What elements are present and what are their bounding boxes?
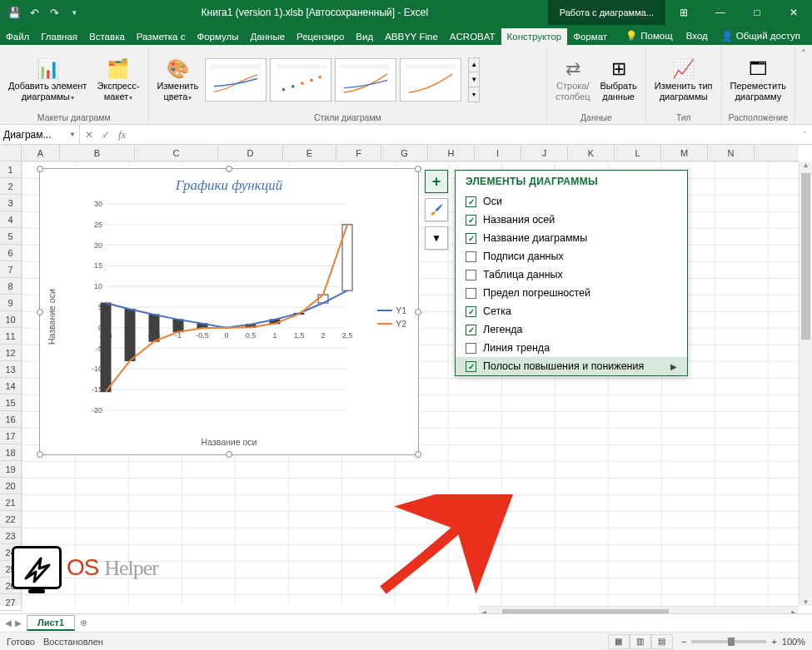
checkbox[interactable]: [466, 270, 476, 280]
chevron-left-icon[interactable]: ◀: [5, 618, 12, 628]
minimize-icon[interactable]: —: [702, 0, 739, 25]
move-chart-button[interactable]: 🗔 Переместить диаграмму: [727, 56, 790, 103]
tab-acrobat[interactable]: ACROBAT: [444, 28, 501, 45]
chart-object[interactable]: Графики функций Название оси -20-15-10-5…: [39, 168, 419, 455]
row-header[interactable]: 1: [0, 161, 22, 178]
tab-file[interactable]: Файл: [0, 28, 35, 45]
column-header[interactable]: K: [568, 145, 615, 161]
column-header[interactable]: H: [428, 145, 475, 161]
row-header[interactable]: 2: [0, 178, 22, 195]
chart-elements-popup[interactable]: ЭЛЕМЕНТЫ ДИАГРАММЫ ОсиНазвания осейНазва…: [455, 170, 688, 376]
chart-element-item[interactable]: Линия тренда: [456, 339, 687, 357]
row-header[interactable]: 7: [0, 261, 22, 278]
chart-element-item[interactable]: Оси: [456, 192, 687, 211]
chart-element-item[interactable]: Название диаграммы: [456, 229, 687, 247]
column-header[interactable]: B: [60, 145, 135, 161]
chart-element-item[interactable]: Названия осей: [456, 211, 687, 229]
vertical-scrollbar[interactable]: ▲▼: [799, 161, 812, 606]
row-header[interactable]: 18: [0, 444, 22, 461]
row-header[interactable]: 19: [0, 461, 22, 478]
name-box[interactable]: Диаграм... ▼: [0, 125, 80, 144]
normal-view-icon[interactable]: ▦: [608, 634, 630, 649]
tab-page-layout[interactable]: Разметка с: [131, 28, 192, 45]
tab-data[interactable]: Данные: [245, 28, 291, 45]
x-axis-title[interactable]: Название оси: [45, 434, 413, 447]
row-header[interactable]: 10: [0, 311, 22, 328]
row-header[interactable]: 14: [0, 378, 22, 394]
column-header[interactable]: J: [521, 145, 568, 161]
chevron-right-icon[interactable]: ▶: [15, 618, 22, 628]
legend[interactable]: Y1 Y2: [377, 302, 406, 332]
row-header[interactable]: 15: [0, 394, 22, 411]
ribbon-options-icon[interactable]: ⊞: [665, 0, 702, 25]
chart-styles-button[interactable]: 🖌️: [425, 198, 448, 221]
scroll-up-icon[interactable]: ▲: [469, 58, 479, 73]
column-header[interactable]: A: [22, 145, 60, 161]
column-header[interactable]: M: [661, 145, 708, 161]
resize-handle[interactable]: [37, 166, 43, 172]
tab-review[interactable]: Рецензиро: [291, 28, 350, 45]
row-header[interactable]: 4: [0, 211, 22, 228]
resize-handle[interactable]: [415, 451, 421, 458]
qat-more-icon[interactable]: ▾: [67, 5, 82, 20]
column-header[interactable]: D: [218, 145, 283, 161]
column-header[interactable]: C: [135, 145, 218, 161]
quick-layout-button[interactable]: 🗂️ Экспресс- макет: [93, 56, 142, 103]
tab-view[interactable]: Вид: [350, 28, 379, 45]
chart-element-item[interactable]: Предел погрешностей: [456, 284, 687, 302]
row-header[interactable]: 12: [0, 345, 22, 361]
enter-fx-icon[interactable]: ✓: [102, 129, 110, 141]
tab-insert[interactable]: Вставка: [83, 28, 131, 45]
column-header[interactable]: I: [475, 145, 521, 161]
checkbox[interactable]: [466, 361, 476, 372]
chart-title[interactable]: Графики функций: [45, 174, 413, 201]
checkbox[interactable]: [466, 196, 476, 207]
column-header[interactable]: L: [615, 145, 661, 161]
expand-fx-icon[interactable]: ˅: [798, 131, 812, 139]
zoom-in-icon[interactable]: +: [771, 637, 776, 647]
chevron-right-icon[interactable]: ▶: [670, 362, 677, 371]
checkbox[interactable]: [466, 288, 476, 299]
select-data-button[interactable]: ⊞ Выбрать данные: [596, 56, 640, 103]
checkbox[interactable]: [466, 343, 476, 354]
undo-icon[interactable]: ↶: [27, 5, 42, 20]
chart-element-item[interactable]: Подписи данных: [456, 247, 687, 265]
row-header[interactable]: 17: [0, 428, 22, 444]
chart-element-item[interactable]: Легенда: [456, 320, 687, 339]
sheet-nav[interactable]: ◀▶: [0, 618, 27, 628]
row-header[interactable]: 5: [0, 228, 22, 245]
plot-area[interactable]: -20-15-10-5051015202530-2,5-2-1,5-1-0,50…: [58, 201, 413, 434]
change-colors-button[interactable]: 🎨 Изменить цвета: [154, 56, 202, 103]
share-button[interactable]: 👤Общий доступ: [716, 27, 805, 45]
maximize-icon[interactable]: □: [739, 0, 775, 25]
tab-formulas[interactable]: Формулы: [191, 28, 244, 45]
tab-abbyy[interactable]: ABBYY Fine: [379, 28, 444, 45]
signin-button[interactable]: Вход: [681, 27, 713, 44]
resize-handle[interactable]: [415, 166, 421, 172]
chart-element-item[interactable]: Сетка: [456, 302, 687, 320]
column-header[interactable]: F: [336, 145, 381, 161]
row-header[interactable]: 13: [0, 361, 22, 378]
select-all-corner[interactable]: [0, 145, 22, 161]
scroll-down-icon[interactable]: ▼: [469, 72, 479, 87]
zoom-slider[interactable]: [691, 640, 766, 643]
fx-icon[interactable]: fx: [118, 128, 126, 141]
resize-handle[interactable]: [226, 166, 232, 172]
row-header[interactable]: 6: [0, 245, 22, 261]
save-icon[interactable]: 💾: [7, 5, 22, 20]
column-header[interactable]: E: [283, 145, 336, 161]
row-header[interactable]: 21: [0, 494, 22, 511]
chart-style-thumb[interactable]: [400, 58, 461, 102]
zoom-out-icon[interactable]: −: [681, 637, 686, 647]
tell-me[interactable]: 💡Помощ: [620, 27, 677, 45]
zoom-value[interactable]: 100%: [782, 637, 805, 647]
scroll-more-icon[interactable]: ▾: [469, 87, 479, 102]
row-header[interactable]: 27: [0, 594, 22, 611]
chart-style-thumb[interactable]: [270, 58, 331, 102]
chevron-down-icon[interactable]: ▼: [69, 131, 76, 138]
switch-row-column-button[interactable]: ⇄ Строка/ столбец: [552, 56, 593, 103]
tab-chart-design[interactable]: Конструктор: [501, 28, 568, 45]
row-header[interactable]: 11: [0, 328, 22, 345]
add-sheet-icon[interactable]: ⊕: [75, 618, 92, 628]
resize-handle[interactable]: [37, 309, 43, 315]
